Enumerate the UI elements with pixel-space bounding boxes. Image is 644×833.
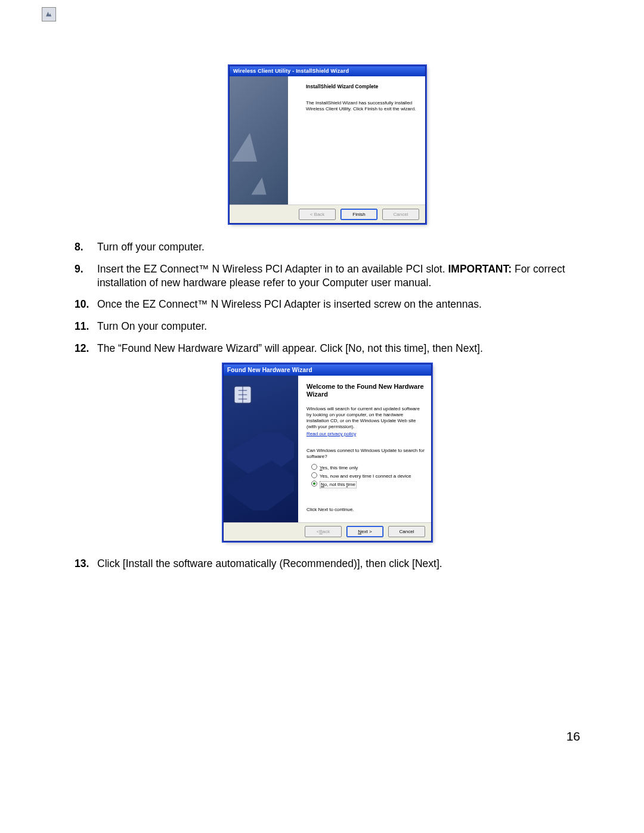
found-new-hardware-dialog: Found New Hardware Wizard Welcome to the…: [223, 364, 432, 541]
fnhw-cancel-button[interactable]: Cancel: [388, 526, 425, 537]
fnhw-continue: Click Next to continue.: [306, 507, 425, 513]
instruction-list-cont: 13. Click [Install the software automati…: [75, 557, 580, 571]
installshield-dialog: Wireless Client Utility - InstallShield …: [229, 66, 426, 224]
fnhw-next-button[interactable]: Next >: [346, 526, 383, 537]
installshield-heading: InstallShield Wizard Complete: [306, 83, 418, 89]
installshield-body: The InstallShield Wizard has successfull…: [306, 100, 418, 112]
fnhw-description: Windows will search for current and upda…: [306, 406, 425, 430]
privacy-policy-link[interactable]: Read our privacy policy: [306, 431, 356, 437]
radio-no[interactable]: No, not this time: [311, 480, 425, 489]
fnhw-titlebar: Found New Hardware Wizard: [224, 364, 431, 376]
fnhw-heading: Welcome to the Found New Hardware Wizard: [306, 383, 425, 400]
step-9: 9. Insert the EZ Connect™ N Wireless PCI…: [75, 262, 580, 290]
page-number: 16: [566, 729, 580, 744]
installshield-sidebar: [230, 76, 288, 205]
installshield-titlebar: Wireless Client Utility - InstallShield …: [230, 66, 425, 76]
cancel-button[interactable]: Cancel: [382, 209, 419, 220]
radio-yes-once[interactable]: Yes, this time only: [311, 463, 425, 472]
step-11: 11. Turn On your computer.: [75, 320, 580, 333]
installshield-logo-icon: [42, 7, 56, 21]
hardware-icon: [232, 384, 253, 405]
step-10: 10. Once the EZ Connect™ N Wireless PCI …: [75, 298, 580, 311]
fnhw-sidebar: [224, 376, 298, 522]
instruction-list: 8. Turn off your computer. 9. Insert the…: [75, 240, 580, 355]
step-13: 13. Click [Install the software automati…: [75, 557, 580, 571]
fnhw-question: Can Windows connect to Windows Update to…: [306, 448, 425, 460]
radio-yes-always[interactable]: Yes, now and every time I connect a devi…: [311, 472, 425, 480]
back-button[interactable]: < Back: [299, 209, 336, 220]
fnhw-back-button[interactable]: < Back: [305, 526, 342, 537]
finish-button[interactable]: Finish: [340, 209, 377, 220]
step-12: 12. The “Found New Hardware Wizard” will…: [75, 342, 580, 355]
step-8: 8. Turn off your computer.: [75, 240, 580, 254]
